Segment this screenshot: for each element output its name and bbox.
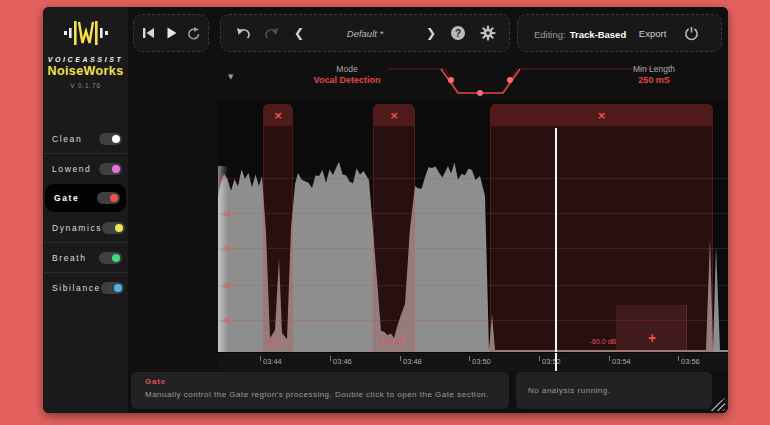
toggle-knob	[112, 165, 120, 173]
info-panel-title: Gate	[145, 377, 166, 386]
brand-name-text: NoiseWorks	[43, 64, 128, 78]
toggle-knob	[112, 135, 120, 143]
sidebar-item-sibilance[interactable]: Sibilance	[43, 272, 128, 302]
playhead-axis-segment	[555, 353, 557, 371]
x-icon: ×	[597, 110, 606, 121]
time-tick	[330, 356, 331, 361]
time-tick-label: 03:54	[612, 357, 631, 366]
x-icon: ×	[389, 110, 398, 121]
module-toggle[interactable]	[101, 282, 124, 294]
time-tick	[539, 356, 540, 361]
time-tick-label: 03:50	[472, 357, 491, 366]
chevron-right-icon: ❯	[426, 26, 436, 40]
toggle-knob	[114, 284, 122, 292]
module-toggle[interactable]	[99, 252, 122, 264]
region-delete-button[interactable]: ×	[374, 104, 414, 126]
loop-icon	[187, 27, 201, 40]
gate-header: ▼ Mode Vocal Detection Min Length 250 mS	[218, 57, 728, 100]
region-threshold-label[interactable]: -60.0 dB	[590, 338, 616, 345]
sidebar-item-label: Breath	[52, 253, 99, 263]
sidebar-item-label: Gate	[54, 193, 97, 203]
redo-icon	[265, 27, 280, 40]
sidebar-item-label: Lowend	[52, 164, 99, 174]
gate-region[interactable]: ×-60.0 ...	[263, 104, 293, 352]
min-length-control[interactable]: Min Length 250 mS	[604, 64, 704, 85]
region-delete-button[interactable]: ×	[264, 104, 292, 126]
preset-next-button[interactable]: ❯	[421, 20, 441, 46]
sidebar-item-label: Dynamics	[52, 223, 102, 233]
toggle-knob	[112, 254, 120, 262]
sidebar-nav: CleanLowendGateDynamicsBreathSibilance	[43, 124, 128, 302]
export-button[interactable]: Export	[639, 28, 666, 39]
power-icon	[684, 26, 699, 41]
time-tick-label: 03:46	[333, 357, 352, 366]
analysis-status: No analysis running.	[528, 386, 610, 395]
chevron-left-icon: ❮	[294, 26, 304, 40]
time-tick	[260, 356, 261, 361]
toggle-knob	[115, 224, 123, 232]
preset-prev-button[interactable]: ❮	[289, 20, 309, 46]
editing-label: Editing:	[534, 29, 566, 40]
play-icon	[166, 27, 177, 39]
region-threshold-label[interactable]: -60.0 ...	[265, 338, 289, 345]
region-threshold-label[interactable]: -60.0 dB	[378, 338, 404, 345]
time-tick-label: 03:48	[403, 357, 422, 366]
min-length-value: 250 mS	[604, 75, 704, 85]
desktop-background: VOICEASSIST NoiseWorks V 0.1.76 CleanLow…	[0, 0, 770, 425]
sidebar-item-lowend[interactable]: Lowend	[43, 153, 128, 183]
time-axis[interactable]: 03:4403:4603:4803:5003:5203:5403:5603:58	[218, 352, 728, 371]
editing-mode-control[interactable]: Editing:Track-Based	[534, 24, 626, 42]
module-toggle[interactable]	[102, 222, 125, 234]
play-button[interactable]	[160, 20, 183, 46]
session-group: Editing:Track-Based Export	[517, 14, 722, 52]
help-button[interactable]: ?	[445, 20, 471, 46]
gear-icon	[480, 25, 496, 41]
sidebar-item-dynamics[interactable]: Dynamics	[43, 213, 128, 242]
x-icon: ×	[273, 110, 282, 121]
preset-group: ❮ Default * ❯ ?	[220, 14, 510, 52]
info-panel: Gate Manually control the Gate region's …	[131, 372, 509, 409]
editing-mode-value: Track-Based	[570, 29, 627, 40]
db-scale-left-label: -36	[221, 282, 231, 289]
transport-group	[133, 14, 209, 52]
waveform-logo-icon	[63, 17, 109, 49]
sidebar-item-label: Clean	[52, 134, 99, 144]
time-tick	[678, 356, 679, 361]
settings-button[interactable]	[475, 20, 501, 46]
main-area: ❮ Default * ❯ ?	[128, 7, 728, 413]
redo-button[interactable]	[259, 20, 285, 46]
sidebar-item-clean[interactable]: Clean	[43, 124, 128, 153]
loop-button[interactable]	[182, 20, 205, 46]
sidebar: VOICEASSIST NoiseWorks V 0.1.76 CleanLow…	[43, 7, 128, 413]
undo-icon	[235, 27, 250, 40]
skip-to-start-icon	[142, 27, 155, 39]
preset-name[interactable]: Default *	[313, 28, 417, 39]
time-tick-label: 03:44	[263, 357, 282, 366]
playhead[interactable]	[555, 128, 557, 352]
toggle-knob	[110, 194, 118, 202]
db-scale-left-label: -12	[221, 210, 231, 217]
sidebar-item-label: Sibilance	[52, 283, 101, 293]
skip-to-start-button[interactable]	[137, 20, 160, 46]
plugin-window: VOICEASSIST NoiseWorks V 0.1.76 CleanLow…	[43, 7, 728, 413]
power-button[interactable]	[679, 20, 705, 46]
waveform-plot[interactable]: ×-60.0 ...×-60.0 dB×-60.0 dB+×-60...×-6.…	[218, 100, 728, 352]
gate-region[interactable]: ×-60.0 dB+	[490, 104, 713, 352]
module-toggle[interactable]	[99, 133, 122, 145]
module-toggle[interactable]	[97, 192, 120, 204]
time-tick	[469, 356, 470, 361]
mode-dropdown-arrow-icon[interactable]: ▼	[228, 73, 233, 81]
add-node-button[interactable]: +	[644, 330, 660, 346]
module-toggle[interactable]	[99, 163, 122, 175]
info-panel-description: Manually control the Gate region's proce…	[145, 390, 489, 399]
sidebar-item-gate[interactable]: Gate	[45, 184, 126, 212]
time-tick	[400, 356, 401, 361]
gate-region[interactable]: ×-60.0 dB	[373, 104, 415, 352]
region-delete-button[interactable]: ×	[491, 104, 712, 126]
time-tick-label: 03:56	[681, 357, 700, 366]
brand-version: V 0.1.76	[43, 82, 128, 89]
sidebar-item-breath[interactable]: Breath	[43, 242, 128, 272]
help-icon: ?	[450, 25, 466, 41]
undo-button[interactable]	[229, 20, 255, 46]
db-scale-left-label: 0	[221, 175, 225, 182]
